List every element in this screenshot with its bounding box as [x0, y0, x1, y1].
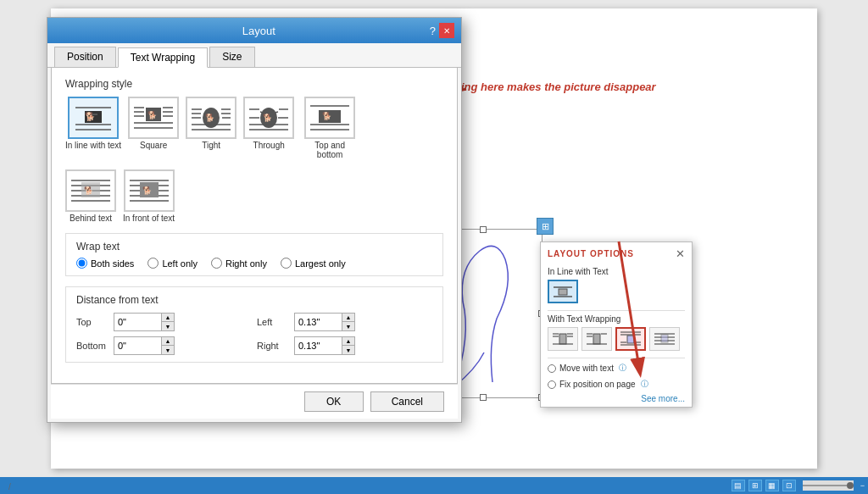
- svg-rect-14: [627, 336, 634, 343]
- move-with-text-option[interactable]: Move with text ⓘ: [541, 360, 692, 376]
- handle-tm[interactable]: [480, 226, 487, 233]
- svg-text:🐕: 🐕: [84, 186, 94, 196]
- distance-top-row: Top ▲ ▼: [76, 313, 252, 331]
- see-more-link[interactable]: See more...: [541, 392, 692, 407]
- wrap-label-inline: In line with text: [65, 141, 121, 150]
- distance-bottom-down[interactable]: ▼: [162, 346, 174, 354]
- dialog-controls: ? ✕: [430, 23, 454, 38]
- wrap-style-through[interactable]: 🐕 Through: [243, 97, 294, 159]
- distance-bottom-up[interactable]: ▲: [162, 337, 174, 346]
- dialog-tabs: Position Text Wrapping Size: [47, 43, 461, 68]
- page-number: /: [8, 482, 11, 491]
- view-icon-2[interactable]: ⊞: [748, 480, 762, 491]
- wrap-icon-through: 🐕: [243, 97, 294, 139]
- radio-right-only[interactable]: Right only: [211, 258, 267, 269]
- fix-info-icon: ⓘ: [641, 379, 648, 390]
- distance-bottom-spinner: ▲ ▼: [161, 337, 174, 354]
- distance-top-up[interactable]: ▲: [162, 314, 174, 322]
- fix-position-radio[interactable]: [548, 380, 556, 389]
- tab-text-wrapping[interactable]: Text Wrapping: [118, 47, 208, 68]
- distance-right-down[interactable]: ▼: [342, 346, 354, 354]
- distance-top-input-wrap: ▲ ▼: [114, 313, 175, 331]
- view-icon-1[interactable]: ▤: [732, 480, 745, 491]
- wrap-text-section: Wrap text Both sides Left only Right onl…: [65, 233, 443, 276]
- popup-divider-2: [548, 358, 685, 358]
- layout-options-button[interactable]: ⊞: [537, 218, 554, 235]
- wrapping-styles-row2: 🐕 Behind text 🐕: [65, 169, 443, 223]
- move-info-icon: ⓘ: [619, 363, 626, 374]
- distance-grid: Top ▲ ▼ Left ▲: [76, 313, 432, 355]
- distance-right-input[interactable]: [295, 337, 342, 354]
- svg-text:🐕: 🐕: [142, 186, 153, 196]
- dialog-close-button[interactable]: ✕: [439, 23, 454, 38]
- wrap-text-label: Wrap text: [76, 241, 432, 253]
- ok-button[interactable]: OK: [304, 391, 364, 412]
- inline-icon-1[interactable]: [548, 280, 578, 303]
- fix-position-label: Fix position on page: [559, 380, 636, 389]
- svg-text:🐕: 🐕: [205, 113, 215, 123]
- wrap-style-infront[interactable]: 🐕 In front of text: [123, 169, 175, 223]
- wrap-icon-4[interactable]: [649, 327, 680, 351]
- radio-label-both: Both sides: [91, 258, 134, 269]
- distance-top-down[interactable]: ▼: [162, 322, 174, 330]
- fix-position-option[interactable]: Fix position on page ⓘ: [541, 376, 692, 392]
- view-icon-4[interactable]: ⊡: [782, 480, 796, 491]
- view-icon-3[interactable]: ▦: [765, 480, 779, 491]
- svg-text:🐕: 🐕: [322, 111, 332, 121]
- distance-left-input[interactable]: [295, 314, 342, 330]
- distance-left-spinner: ▲ ▼: [342, 314, 354, 330]
- distance-label: Distance from text: [76, 294, 432, 306]
- wrap-style-tight[interactable]: 🐕 Tight: [186, 97, 236, 159]
- distance-top-input[interactable]: [114, 314, 161, 330]
- wrap-icon-2[interactable]: [581, 327, 612, 351]
- wrap-text-radio-group: Both sides Left only Right only Largest …: [76, 258, 432, 269]
- tab-position[interactable]: Position: [54, 47, 116, 67]
- popup-close-button[interactable]: ✕: [676, 247, 685, 260]
- wrap-icon-infront: 🐕: [124, 169, 175, 212]
- wrap-label-infront: In front of text: [123, 214, 175, 223]
- distance-top-spinner: ▲ ▼: [161, 314, 174, 330]
- distance-right-spinner: ▲ ▼: [342, 337, 354, 354]
- radio-label-right: Right only: [225, 258, 267, 269]
- distance-bottom-row: Bottom ▲ ▼: [76, 336, 252, 355]
- dialog-help-button[interactable]: ?: [430, 25, 436, 37]
- zoom-slider[interactable]: [803, 480, 854, 491]
- wrap-label-topbottom: Top and bottom: [301, 141, 359, 159]
- inline-icons-row: [541, 280, 692, 308]
- wrap-style-square[interactable]: 🐕 Square: [128, 97, 179, 159]
- svg-text:🐕: 🐕: [147, 110, 158, 120]
- wrap-label-square: Square: [140, 141, 167, 150]
- wrapping-styles-row1: 🐕 In line with text 🐕: [65, 97, 443, 159]
- wrap-style-inline[interactable]: 🐕 In line with text: [65, 97, 121, 159]
- wrapping-section-label: Wrapping style: [65, 78, 443, 90]
- wrap-icon-topbottom: 🐕: [304, 97, 355, 139]
- svg-rect-9: [593, 334, 600, 344]
- distance-left-down[interactable]: ▼: [342, 322, 354, 330]
- dialog-titlebar: Layout ? ✕: [47, 18, 461, 43]
- dialog-title: Layout: [88, 25, 430, 37]
- wrap-label-behind: Behind text: [70, 214, 112, 223]
- wrap-icon-1[interactable]: [548, 327, 578, 351]
- distance-bottom-input[interactable]: [114, 337, 161, 354]
- cancel-button[interactable]: Cancel: [370, 391, 444, 412]
- distance-left-up[interactable]: ▲: [342, 314, 354, 322]
- radio-both-sides[interactable]: Both sides: [76, 258, 134, 269]
- wrap-icon-3[interactable]: [615, 327, 646, 351]
- inline-section-label: In Line with Text: [541, 265, 692, 280]
- tab-size[interactable]: Size: [209, 47, 254, 67]
- distance-left-row: Left ▲ ▼: [257, 313, 432, 331]
- wrap-style-behind[interactable]: 🐕 Behind text: [65, 169, 116, 223]
- dialog-footer: OK Cancel: [51, 384, 458, 419]
- wrap-style-topbottom[interactable]: 🐕 Top and bottom: [301, 97, 359, 159]
- move-with-text-radio[interactable]: [548, 364, 556, 373]
- distance-bottom-input-wrap: ▲ ▼: [114, 336, 175, 355]
- radio-left-only[interactable]: Left only: [147, 258, 198, 269]
- wrap-icon-inline: 🐕: [68, 97, 119, 139]
- layout-options-popup: LAYOUT OPTIONS ✕ In Line with Text With …: [540, 241, 693, 408]
- annotation-text: clicking here makes the picture disappea…: [437, 80, 656, 93]
- layout-dialog: Layout ? ✕ Position Text Wrapping Size W…: [47, 17, 462, 423]
- distance-right-up[interactable]: ▲: [342, 337, 354, 346]
- radio-largest-only[interactable]: Largest only: [281, 258, 346, 269]
- svg-rect-3: [559, 334, 566, 344]
- handle-bm[interactable]: [480, 394, 487, 401]
